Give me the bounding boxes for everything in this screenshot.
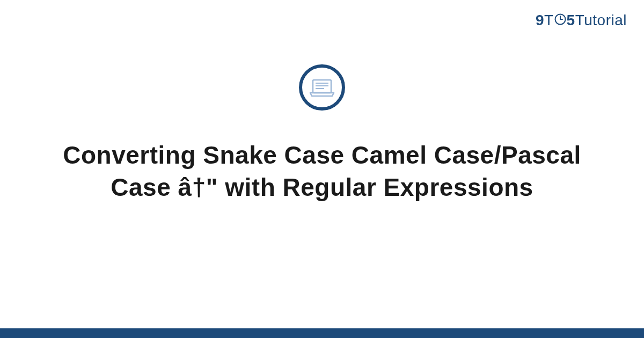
logo-nine: 9	[536, 12, 544, 28]
brand-logo: 9T5Tutorial	[536, 12, 627, 30]
logo-tutorial: Tutorial	[575, 12, 627, 28]
logo-t: T	[544, 12, 554, 28]
logo-five: 5	[567, 12, 575, 28]
footer-accent-bar	[0, 328, 644, 338]
main-content: Converting Snake Case Camel Case/Pascal …	[0, 64, 644, 204]
svg-point-3	[301, 66, 343, 109]
clock-icon	[554, 12, 566, 29]
page-title: Converting Snake Case Camel Case/Pascal …	[0, 139, 644, 204]
laptop-badge-icon	[299, 64, 345, 113]
